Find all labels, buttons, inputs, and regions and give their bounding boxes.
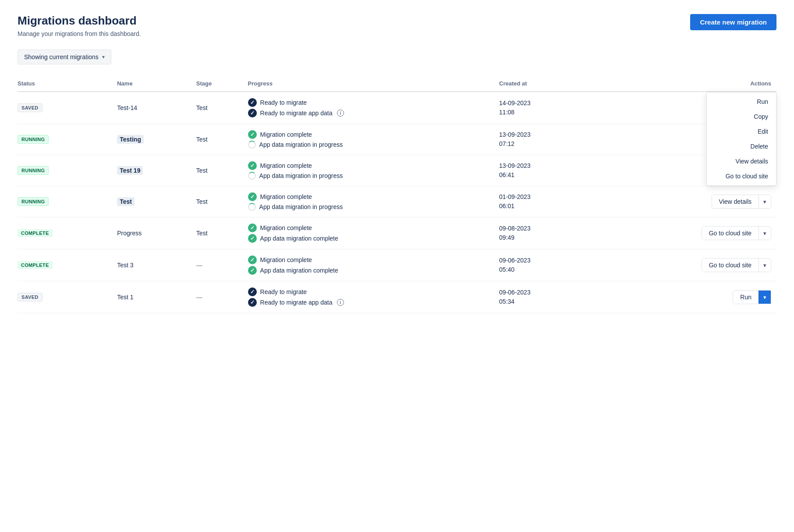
status-cell: SAVED <box>18 281 117 313</box>
go-to-cloud-dropdown-arrow[interactable]: ▾ <box>759 227 771 240</box>
stage-cell: Test <box>196 217 248 249</box>
progress-item: Ready to migrate app datai <box>248 298 494 307</box>
check-dark-icon <box>248 287 257 296</box>
page-header: Migrations dashboard Manage your migrati… <box>18 14 776 37</box>
migrations-table: Status Name Stage Progress Created at Ac… <box>18 77 776 313</box>
status-badge: RUNNING <box>18 197 49 206</box>
go-to-cloud-button[interactable]: Go to cloud site <box>702 259 759 272</box>
action-button-group: View details▾ <box>712 195 771 209</box>
status-cell: RUNNING <box>18 124 117 155</box>
action-button-group: Go to cloud site▾ <box>702 226 771 240</box>
progress-text: Migration complete <box>260 193 312 200</box>
stage-cell: Test <box>196 155 248 186</box>
dropdown-menu-item[interactable]: Edit <box>707 124 776 139</box>
table-row: SAVEDTest 1—Ready to migrateReady to mig… <box>18 281 776 313</box>
created-at-cell: 01-09-2023 06:01 <box>499 186 590 217</box>
dropdown-menu-item[interactable]: Copy <box>707 109 776 124</box>
progress-cell: Migration completeApp data migration in … <box>248 186 500 217</box>
created-at-cell: 14-09-2023 11:08 <box>499 92 590 124</box>
progress-item: Migration complete <box>248 130 494 139</box>
stage-cell: Test <box>196 186 248 217</box>
progress-text: Migration complete <box>260 256 312 263</box>
go-to-cloud-dropdown-arrow[interactable]: ▾ <box>759 259 771 272</box>
stage-cell: — <box>196 249 248 281</box>
actions-cell: Go to cloud site▾ <box>590 217 776 249</box>
created-at-cell: 09-08-2023 09:49 <box>499 217 590 249</box>
dropdown-menu-item[interactable]: Go to cloud site <box>707 169 776 184</box>
dropdown-menu-item[interactable]: View details <box>707 154 776 169</box>
spinner-icon <box>248 203 256 211</box>
progress-item: App data migration in progress <box>248 203 494 211</box>
col-actions: Actions <box>590 77 776 92</box>
info-icon[interactable]: i <box>337 110 344 117</box>
actions-cell: Go to cloud site▾ <box>590 249 776 281</box>
info-icon[interactable]: i <box>337 299 344 306</box>
table-row: COMPLETEProgressTestMigration completeAp… <box>18 217 776 249</box>
progress-item: Migration complete <box>248 192 494 201</box>
view-details-button[interactable]: View details <box>712 195 759 208</box>
status-cell: COMPLETE <box>18 217 117 249</box>
progress-text: App data migration in progress <box>259 203 343 210</box>
name-cell: Test 3 <box>117 249 196 281</box>
status-badge: RUNNING <box>18 166 49 175</box>
check-dark-icon <box>248 298 257 307</box>
status-badge: RUNNING <box>18 135 49 144</box>
progress-item: App data migration complete <box>248 266 494 275</box>
name-cell: Test 19 <box>117 155 196 186</box>
name-cell: Progress <box>117 217 196 249</box>
filter-dropdown[interactable]: Showing current migrations ▾ <box>18 50 111 64</box>
created-at-cell: 13-09-2023 06:41 <box>499 155 590 186</box>
dropdown-menu-item[interactable]: Run <box>707 94 776 109</box>
progress-text: Migration complete <box>260 131 312 138</box>
progress-item: Migration complete <box>248 223 494 232</box>
progress-item: Ready to migrate <box>248 287 494 296</box>
created-at-cell: 13-09-2023 07:12 <box>499 124 590 155</box>
progress-text: App data migration in progress <box>259 141 343 148</box>
check-green-icon <box>248 234 257 243</box>
run-button[interactable]: Run <box>733 291 759 304</box>
progress-item: Ready to migrate <box>248 98 494 107</box>
name-highlight: Test 19 <box>117 166 143 175</box>
page-title: Migrations dashboard <box>18 14 141 28</box>
status-cell: RUNNING <box>18 155 117 186</box>
header-left: Migrations dashboard Manage your migrati… <box>18 14 141 37</box>
check-green-icon <box>248 130 257 139</box>
progress-item: Migration complete <box>248 255 494 264</box>
action-button-group: Run▾ <box>733 290 771 304</box>
spinner-icon <box>248 141 256 149</box>
name-cell: Testing <box>117 124 196 155</box>
page-subtitle: Manage your migrations from this dashboa… <box>18 30 141 37</box>
check-green-icon <box>248 223 257 232</box>
progress-cell: Migration completeApp data migration com… <box>248 217 500 249</box>
run-dropdown-arrow[interactable]: ▾ <box>759 291 771 304</box>
action-dropdown-menu: RunCopyEditDeleteView detailsGo to cloud… <box>706 92 776 186</box>
filter-chevron-icon: ▾ <box>102 54 105 60</box>
col-stage: Stage <box>196 77 248 92</box>
check-green-icon <box>248 266 257 275</box>
check-dark-icon <box>248 98 257 107</box>
stage-cell: — <box>196 281 248 313</box>
name-cell: Test 1 <box>117 281 196 313</box>
progress-item: App data migration in progress <box>248 172 494 180</box>
col-status: Status <box>18 77 117 92</box>
dropdown-menu-item[interactable]: Delete <box>707 139 776 154</box>
actions-cell: Run▾ <box>590 281 776 313</box>
actions-cell: View details▾ <box>590 186 776 217</box>
go-to-cloud-button[interactable]: Go to cloud site <box>702 227 759 240</box>
view-details-dropdown-arrow[interactable]: ▾ <box>759 195 771 208</box>
progress-text: App data migration complete <box>260 267 338 274</box>
progress-text: Ready to migrate <box>260 99 307 106</box>
progress-cell: Migration completeApp data migration in … <box>248 124 500 155</box>
action-button-group: Go to cloud site▾ <box>702 258 771 272</box>
progress-cell: Migration completeApp data migration com… <box>248 249 500 281</box>
status-cell: COMPLETE <box>18 249 117 281</box>
actions-cell: Run▾RunCopyEditDeleteView detailsGo to c… <box>590 92 776 124</box>
col-created: Created at <box>499 77 590 92</box>
status-badge: COMPLETE <box>18 229 53 237</box>
progress-text: Ready to migrate <box>260 288 307 295</box>
table-header: Status Name Stage Progress Created at Ac… <box>18 77 776 92</box>
spinner-icon <box>248 172 256 180</box>
create-migration-button[interactable]: Create new migration <box>690 14 776 30</box>
progress-text: App data migration in progress <box>259 172 343 179</box>
filter-row: Showing current migrations ▾ <box>18 50 776 64</box>
